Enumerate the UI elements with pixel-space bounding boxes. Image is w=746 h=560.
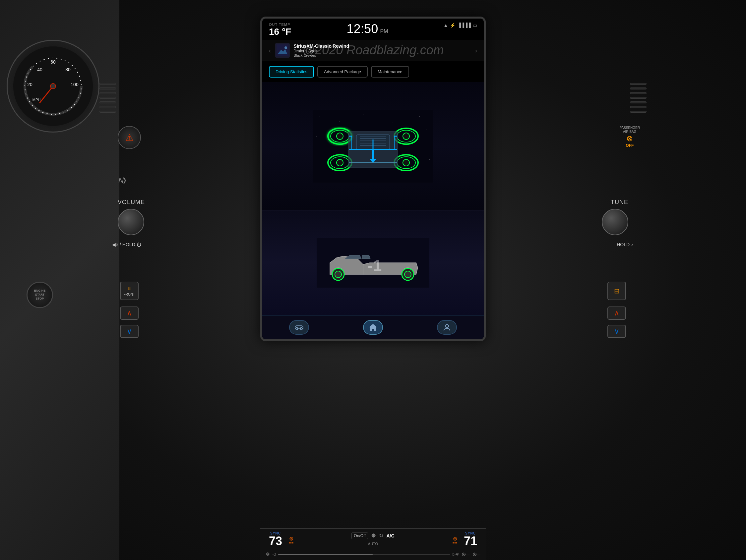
media-artwork [275,43,290,58]
fan-speed-slider[interactable] [278,554,450,555]
engine-start-button[interactable]: ENGINE START STOP [27,282,53,308]
media-next-button[interactable]: › [475,47,477,54]
vent-blade [99,87,116,89]
svg-point-9 [50,84,56,89]
volume-knob[interactable] [118,209,144,235]
svg-point-59 [445,324,449,328]
vent-blade [99,101,116,104]
volume-label: VOLUME [118,199,145,206]
right-climate-temp: SYNC 71 [461,531,481,547]
seat-heat-left-icon: ⊛ [289,535,293,542]
climate-top-controls: On/Off ❋ ↻ A/C [297,532,449,539]
climate-onoff-button[interactable]: On/Off [351,532,368,539]
hold-label: HOLD ♪ [617,242,633,247]
media-station: SiriusXM-Classic Rewind [294,43,471,49]
vent-blade [630,106,647,108]
seat-heat-bars [289,542,293,543]
seat-heat-indicator-right: ⊛═ [472,551,481,557]
right-down-button[interactable]: ∨ [607,325,626,338]
rear-defrost-button[interactable]: ⊟ [607,282,626,300]
tab-driving-statistics-label: Driving Statistics [276,69,307,74]
svg-point-18 [393,123,393,123]
tune-label: TUNE [611,199,628,206]
svg-point-19 [419,116,420,117]
vent-blade [630,87,647,89]
fan-icon: ❋ [371,532,376,539]
media-artist: Black Crowes [294,53,471,57]
speedometer-svg: 40 60 80 100 20 MPH [20,53,86,119]
seat-bar-1 [289,542,291,543]
down-arrow-icon: ∨ [127,327,132,336]
vent-blade [630,101,647,104]
svg-point-55 [404,271,411,278]
svg-text:60: 60 [50,59,56,65]
svg-point-22 [429,159,430,160]
climate-top-row: SYNC 73 ⊛ On/Off ❋ ↻ A/C AUTO ⊛ [260,529,486,550]
svg-point-57 [296,328,298,330]
tab-bar: Driving Statistics Advanced Package Main… [262,61,484,82]
fan-speed-fill [278,554,373,555]
right-temp-value: 71 [464,535,477,547]
right-up-arrow-icon: ∧ [614,309,619,318]
front-defrost-icon: ≋ [127,286,132,292]
seat-heat-right-icon: ⊛ [453,535,457,542]
fan-down-icon: ❄ [265,551,270,557]
wifi-icon: ▲ [443,23,448,28]
svg-text:20: 20 [27,82,32,87]
tab-maintenance-label: Maintenance [378,69,402,74]
svg-point-25 [337,133,343,140]
tune-knob[interactable] [602,209,628,235]
nav-user-button[interactable] [437,320,457,335]
tab-advanced-package-label: Advanced Package [324,69,361,74]
nfc-icon: N [118,176,127,188]
left-down-button[interactable]: ∨ [120,325,139,338]
home-icon [368,323,378,332]
main-content: -1 [262,82,484,315]
out-temp-label: OUT TEMP [269,23,291,27]
seat-heat-indicator-left: ⊛═ [461,551,469,557]
svg-point-13 [285,47,287,49]
vent-blade [99,106,116,108]
vent-blade [630,83,647,85]
signal-icon: ▐▐▐▐ [458,23,471,28]
ac-label: A/C [386,533,395,538]
vent-blade [99,111,116,113]
svg-text:-1: -1 [368,257,382,274]
left-seat-heat[interactable]: ⊛ [289,535,293,543]
left-vent-grille [99,83,116,123]
svg-point-20 [426,129,426,130]
user-icon [443,323,451,331]
right-vent-grille [630,83,647,123]
engine-start-label: ENGINE [34,289,46,293]
vent-blade [630,111,647,113]
auto-label-container: AUTO [297,540,449,547]
front-defrost-button[interactable]: ≋ FRONT [120,282,139,300]
clock: 12:50 PM [346,23,388,35]
hazard-button[interactable]: ⚠ [118,126,141,149]
nav-home-button[interactable] [363,320,383,335]
seat-bar-2 [291,542,293,543]
left-up-button[interactable]: ∧ [120,306,139,320]
awd-chassis-svg [313,110,433,183]
svg-text:100: 100 [70,82,79,87]
fan-less-icon: ◁ [272,552,276,557]
svg-point-17 [363,114,363,115]
tab-maintenance[interactable]: Maintenance [371,66,409,78]
front-label: FRONT [124,293,135,296]
right-seat-heat[interactable]: ⊛ [453,535,457,543]
speedometer: 40 60 80 100 20 MPH [7,40,99,132]
svg-point-53 [335,271,342,278]
media-previous-button[interactable]: ‹ [269,47,271,54]
right-up-button[interactable]: ∧ [607,306,626,320]
nav-car-button[interactable] [289,320,309,335]
hazard-icon: ⚠ [125,132,134,143]
passenger-airbag-label-line2: AIR BAG [623,130,637,134]
fan-more-icon: ▷❄ [453,552,459,557]
vent-blade [630,92,647,94]
airbag-off-text: OFF [626,143,634,148]
tab-advanced-package[interactable]: Advanced Package [317,66,368,78]
speedometer-face: 40 60 80 100 20 MPH [13,47,93,126]
climate-control-bar: SYNC 73 ⊛ On/Off ❋ ↻ A/C AUTO ⊛ [260,528,486,560]
tab-driving-statistics[interactable]: Driving Statistics [269,66,314,78]
media-song: Jealous Again [294,49,471,53]
